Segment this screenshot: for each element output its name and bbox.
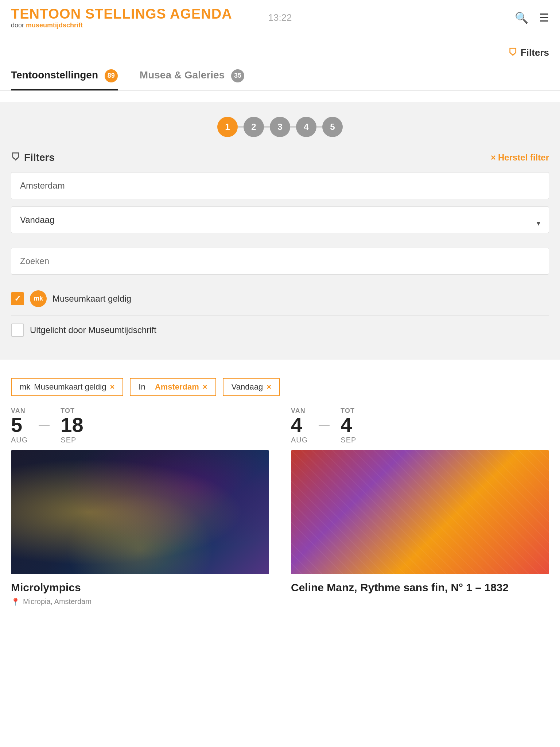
- museumkaart-checkbox[interactable]: [11, 292, 24, 305]
- page-dot-5[interactable]: 5: [322, 117, 343, 137]
- tab-musea[interactable]: Musea & Galeries 35: [140, 69, 244, 90]
- chip-amsterdam-label: Amsterdam: [155, 382, 199, 392]
- filter-toggle-button[interactable]: ⛉ Filters: [508, 47, 549, 58]
- logo-subtitle: door museumtijdschrift: [11, 22, 232, 29]
- filter-chip-amsterdam: In Amsterdam ×: [130, 378, 216, 396]
- date-block-2: VAN 4 AUG TOT 4 SEP: [291, 407, 549, 444]
- exhibition-card-1[interactable]: VAN 5 AUG TOT 18 SEP Microlympics 📍 Micr…: [0, 407, 280, 621]
- uitgelicht-checkbox[interactable]: [11, 324, 24, 337]
- filter-title: ⛉ Filters: [11, 152, 55, 163]
- herstel-x-icon: ×: [491, 152, 496, 163]
- chip-vandaag-close[interactable]: ×: [267, 382, 271, 392]
- page-dot-3[interactable]: 3: [270, 117, 290, 137]
- chip-mk-label: mk: [20, 382, 30, 392]
- page-dot-2[interactable]: 2: [244, 117, 264, 137]
- tab-musea-badge: 35: [231, 69, 244, 82]
- tot-month-1: SEP: [61, 436, 83, 444]
- page-dot-1-label: 1: [225, 122, 230, 132]
- filter-header: ⛉ Filters × Herstel filter: [11, 152, 549, 163]
- exhibition-venue-1: Micropia, Amsterdam: [23, 597, 92, 606]
- page-dot-3-label: 3: [277, 122, 282, 132]
- museumkaart-row: mk Museumkaart geldig: [11, 282, 549, 315]
- chip-amsterdam-prefix: In: [139, 382, 145, 392]
- menu-icon[interactable]: ☰: [539, 11, 549, 24]
- filter-icon: ⛉: [508, 47, 518, 58]
- logo: TENTOON STELLINGS AGENDA door museumtijd…: [11, 7, 232, 29]
- exhibition-image-1: [11, 450, 269, 574]
- tot-day-2: 4: [341, 415, 356, 435]
- herstel-filter-button[interactable]: × Herstel filter: [491, 152, 549, 163]
- date-divider-2: [319, 407, 330, 444]
- museumkaart-label: Museumkaart geldig: [52, 294, 131, 304]
- van-day-2: 4: [291, 415, 308, 435]
- logo-title: TENTOON STELLINGS AGENDA: [11, 7, 232, 22]
- uitgelicht-row: Uitgelicht door Museumtijdschrift: [11, 315, 549, 345]
- filter-section: 1 2 3 4 5 ⛉ Filters × Herstel filter Van…: [0, 102, 560, 360]
- filter-funnel-icon: ⛉: [11, 152, 20, 163]
- filter-chip-museumkaart: mk Museumkaart geldig ×: [11, 378, 123, 396]
- tab-musea-label: Musea & Galeries: [140, 69, 225, 81]
- search-icon[interactable]: 🔍: [515, 11, 528, 24]
- header: TENTOON STELLINGS AGENDA door museumtijd…: [0, 0, 560, 36]
- tab-tentoonstellingen-badge: 89: [105, 69, 118, 82]
- date-range-van-1: VAN 5 AUG: [11, 407, 28, 444]
- chip-mk-text: Museumkaart geldig: [34, 382, 106, 392]
- date-divider-1: [39, 407, 50, 444]
- header-actions: 🔍 ☰: [515, 11, 549, 24]
- search-input[interactable]: [11, 248, 549, 275]
- date-select-wrapper: Vandaag Morgen Dit weekend Deze week ▾: [11, 206, 549, 240]
- exhibition-title-2: Celine Manz, Rythme sans fin, N° 1 – 183…: [291, 581, 549, 594]
- date-range-van-2: VAN 4 AUG: [291, 407, 308, 444]
- uitgelicht-label: Uitgelicht door Museumtijdschrift: [30, 325, 156, 335]
- chip-mk-close[interactable]: ×: [110, 382, 114, 392]
- exhibition-location-1: 📍 Micropia, Amsterdam: [11, 597, 269, 606]
- exhibition-title-1: Microlympics: [11, 581, 269, 594]
- tabs-container: Tentoonstellingen 89 Musea & Galeries 35: [0, 62, 560, 91]
- date-range-tot-2: TOT 4 SEP: [341, 407, 356, 444]
- filter-bar: ⛉ Filters: [0, 36, 560, 62]
- chip-amsterdam-close[interactable]: ×: [203, 382, 207, 392]
- page-dot-1[interactable]: 1: [217, 117, 238, 137]
- page-dot-2-label: 2: [251, 122, 256, 132]
- tot-month-2: SEP: [341, 436, 356, 444]
- van-day-1: 5: [11, 415, 28, 435]
- header-time: 13:22: [268, 12, 292, 23]
- pagination: 1 2 3 4 5: [11, 117, 549, 137]
- page-dot-4[interactable]: 4: [296, 117, 316, 137]
- exhibitions-grid: VAN 5 AUG TOT 18 SEP Microlympics 📍 Micr…: [0, 407, 560, 635]
- mk-badge: mk: [30, 290, 47, 307]
- location-icon-1: 📍: [11, 597, 20, 606]
- date-select[interactable]: Vandaag Morgen Dit weekend Deze week: [11, 206, 549, 233]
- filter-chip-vandaag: Vandaag ×: [223, 378, 280, 396]
- date-block-1: VAN 5 AUG TOT 18 SEP: [11, 407, 269, 444]
- herstel-filter-label: Herstel filter: [498, 152, 549, 163]
- active-filters: mk Museumkaart geldig × In Amsterdam × V…: [0, 371, 560, 407]
- filter-title-label: Filters: [24, 152, 55, 163]
- exhibition-image-2: [291, 450, 549, 574]
- logo-brand[interactable]: museumtijdschrift: [26, 22, 83, 29]
- page-dot-4-label: 4: [304, 122, 308, 132]
- page-dot-5-label: 5: [330, 122, 335, 132]
- date-range-tot-1: TOT 18 SEP: [61, 407, 83, 444]
- van-month-1: AUG: [11, 436, 28, 444]
- tab-tentoonstellingen[interactable]: Tentoonstellingen 89: [11, 69, 118, 90]
- tab-tentoonstellingen-label: Tentoonstellingen: [11, 69, 98, 81]
- van-month-2: AUG: [291, 436, 308, 444]
- exhibition-card-2[interactable]: VAN 4 AUG TOT 4 SEP Celine Manz, Rythme …: [280, 407, 560, 621]
- tot-day-1: 18: [61, 415, 83, 435]
- chip-vandaag-label: Vandaag: [232, 382, 263, 392]
- filter-button-label: Filters: [521, 47, 549, 58]
- city-input[interactable]: [11, 172, 549, 199]
